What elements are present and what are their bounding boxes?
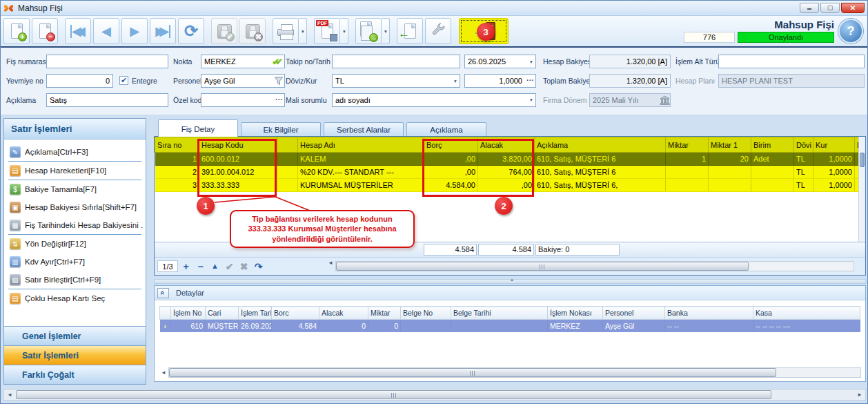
tab-serbest-alanlar[interactable]: Serbest Alanlar: [324, 122, 404, 137]
funnel-icon[interactable]: [274, 76, 284, 86]
entegre-checkbox[interactable]: [119, 76, 128, 85]
kur-field[interactable]: [464, 74, 536, 88]
personel-field[interactable]: [201, 74, 285, 88]
sidebar-item-hesap-hareketleri[interactable]: Hesap Hareketleri[F10]: [6, 162, 144, 180]
copy-document-button[interactable]: →: [355, 18, 382, 44]
col-cari[interactable]: Cari: [206, 307, 239, 320]
cell-aciklama[interactable]: 610, Satış, MÜŞTERİ 6,: [535, 179, 666, 192]
cell-miktar[interactable]: 0: [368, 320, 401, 332]
col-alacak[interactable]: Alacak: [478, 137, 535, 153]
ozel-kod-field[interactable]: [201, 93, 285, 107]
col-miktar[interactable]: Miktar: [368, 307, 401, 320]
pdf-dropdown-button[interactable]: [340, 18, 348, 44]
cell-sira-no[interactable]: 1: [155, 153, 199, 166]
sidebar-item-yon-degistir[interactable]: Yön Değiştir[F12]: [6, 235, 144, 253]
cell-sira-no[interactable]: 3: [155, 179, 199, 192]
cell-doviz[interactable]: TL: [794, 166, 813, 179]
sidebar-group-satir-islemleri[interactable]: Satır İşlemleri: [4, 345, 146, 365]
col-islem-nokasi[interactable]: İşlem Nokası: [548, 307, 603, 320]
delete-row-button[interactable]: −: [194, 262, 207, 271]
sidebar-group-genel-islemler[interactable]: Genel İşlemler: [4, 326, 146, 345]
col-miktar[interactable]: Miktar: [666, 137, 709, 153]
cell-miktar-1[interactable]: 20: [709, 153, 751, 166]
tarih-field[interactable]: [464, 55, 536, 68]
aciklama-input[interactable]: [46, 93, 168, 107]
sidebar-item-satir-birlestir[interactable]: Satır Birleştir[Ctrl+F9]: [6, 271, 144, 289]
cell-doviz[interactable]: TL: [794, 153, 813, 166]
help-button[interactable]: [838, 19, 863, 44]
col-kur[interactable]: Kur: [813, 137, 855, 153]
col-miktar-1[interactable]: Miktar 1: [709, 137, 751, 153]
cell-birim[interactable]: [751, 166, 794, 179]
cell-miktar[interactable]: [666, 166, 709, 179]
next-record-button[interactable]: [121, 18, 148, 44]
print-dropdown-button[interactable]: [299, 18, 307, 44]
details-hscroll-thumb[interactable]: [169, 368, 776, 377]
sidebar-item-kdv-ayir[interactable]: Kdv Ayır[Ctrl+F7]: [6, 253, 144, 271]
kur-ellipsis-button[interactable]: [525, 75, 535, 86]
cell-birim[interactable]: Adet: [751, 153, 794, 166]
cell-alacak[interactable]: 3.820,00: [478, 153, 535, 166]
cell-aciklama[interactable]: 610, Satış, MÜŞTERİ 6: [535, 166, 666, 179]
cell-miktar[interactable]: 1: [666, 153, 709, 166]
close-button[interactable]: [841, 3, 865, 13]
edit-row-button[interactable]: ▲: [208, 262, 221, 270]
cell-alacak[interactable]: 0: [319, 320, 368, 332]
cell-kur[interactable]: 1,0000: [813, 179, 855, 192]
first-record-button[interactable]: [65, 18, 91, 44]
personel-input[interactable]: [201, 75, 274, 87]
sidebar-item-bakiye-tamamla[interactable]: Bakiye Tamamla[F7]: [6, 180, 144, 198]
cell-miktar-1[interactable]: [709, 179, 751, 192]
cell-kur[interactable]: 1,0000: [813, 166, 855, 179]
cell-birim[interactable]: [751, 179, 794, 192]
col-belge-no[interactable]: Belge No: [401, 307, 451, 320]
print-button[interactable]: [273, 18, 299, 44]
col-banka[interactable]: Banka: [665, 307, 753, 320]
tab-fis-detay[interactable]: Fiş Detay: [158, 119, 238, 137]
grid-row[interactable]: 1 600.00.012 KALEM ,00 3.820,00 610, Sat…: [155, 153, 866, 166]
cell-islem-nokasi[interactable]: MERKEZ: [548, 320, 603, 332]
cell-kasa[interactable]: -- -- -- -- ---: [753, 320, 860, 332]
fis-numarasi-input[interactable]: [46, 55, 168, 68]
window-hscroll-right-arrow[interactable]: ▸: [855, 389, 865, 400]
last-record-button[interactable]: [150, 18, 176, 44]
tab-aciklama[interactable]: Açıklama: [406, 122, 486, 137]
pdf-export-button[interactable]: [314, 18, 340, 44]
sidebar-item-aciklama[interactable]: Açıklama[Ctrl+F3]: [6, 143, 144, 161]
window-hscroll-left-arrow[interactable]: ◂: [5, 389, 14, 400]
grid-row[interactable]: 3 333.33.333 KURUMSAL MÜŞTERİLER 4.584,0…: [155, 179, 866, 192]
cell-gap[interactable]: [277, 166, 298, 179]
sidebar-item-coklu-hesap-karti-sec[interactable]: Çoklu Hesap Kartı Seç: [6, 289, 144, 307]
cell-borc[interactable]: ,00: [424, 166, 478, 179]
refresh-rows-button[interactable]: ↷: [252, 262, 265, 271]
col-islem-no[interactable]: İşlem No: [171, 307, 206, 320]
sidebar-item-hesap-bakiyesi-sifirla[interactable]: Hesap Bakiyesi Sıfırla[Shift+F7]: [6, 198, 144, 216]
cancel-edit-button[interactable]: ✖: [237, 262, 250, 271]
previous-record-button[interactable]: [93, 18, 119, 44]
sidebar-group-farkli-cogalt[interactable]: Farklı Çoğalt: [4, 365, 146, 384]
col-gap[interactable]: [277, 137, 298, 153]
grid-hscroll-left-arrow[interactable]: ◂: [326, 258, 335, 268]
grid-vertical-scrollbar[interactable]: [858, 137, 865, 242]
collapse-details-button[interactable]: [157, 288, 169, 298]
cell-gap[interactable]: [277, 153, 298, 166]
cell-borc[interactable]: 4.584: [272, 320, 319, 332]
cell-sira-no[interactable]: 2: [155, 166, 199, 179]
cell-gap[interactable]: [277, 179, 298, 192]
col-hesap-kodu[interactable]: Hesap Kodu: [199, 137, 277, 153]
doviz-input[interactable]: [333, 75, 451, 87]
col-sira-no[interactable]: Sıra no: [155, 137, 199, 153]
cell-miktar-1[interactable]: [709, 166, 751, 179]
cell-hesap-kodu[interactable]: 333.33.333: [199, 179, 277, 192]
new-document-button[interactable]: +: [3, 18, 30, 44]
tab-ek-bilgiler[interactable]: Ek Bilgiler: [241, 122, 321, 137]
add-row-button[interactable]: +: [179, 262, 193, 271]
cell-banka[interactable]: -- --: [665, 320, 753, 332]
cell-miktar[interactable]: [666, 179, 709, 192]
cell-alacak[interactable]: 764,00: [478, 166, 535, 179]
save-cancel-button[interactable]: ✖: [239, 18, 266, 44]
nokta-input[interactable]: [201, 55, 272, 68]
copy-dropdown-button[interactable]: [382, 18, 390, 44]
mali-sorumlu-dropdown-icon[interactable]: [526, 94, 535, 106]
post-edit-button[interactable]: ✔: [223, 262, 236, 271]
